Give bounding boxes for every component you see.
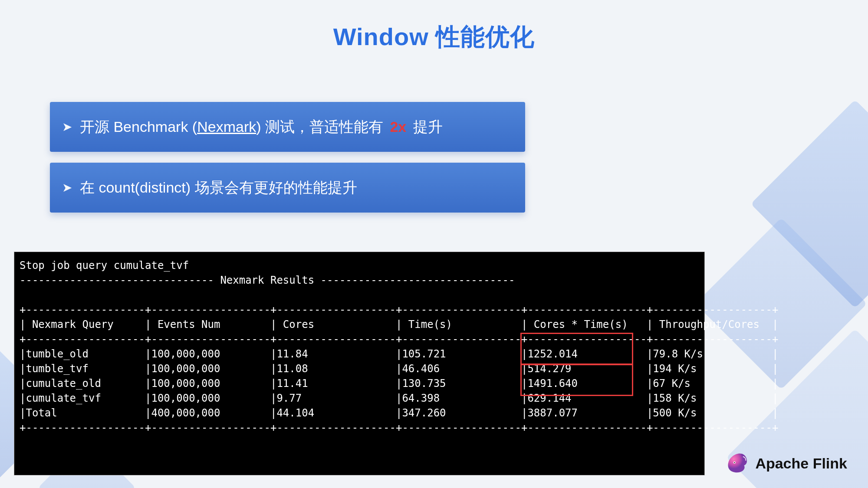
term-stop-line: Stop job query cumulate_tvf (20, 259, 189, 272)
table-row: |cumulate_tvf |100,000,000 |9.77 |64.398… (20, 392, 778, 404)
callout-text-pre: 开源 Benchmark ( (80, 118, 197, 135)
highlight-box-cumulate (520, 364, 633, 396)
callout-highlight-2x: 2x (390, 118, 406, 135)
nexmark-link[interactable]: Nexmark (197, 118, 256, 135)
table-row: |tumble_old |100,000,000 |11.84 |105.721… (20, 348, 778, 360)
flink-squirrel-icon (726, 452, 749, 475)
apache-flink-logo: Apache Flink (726, 452, 847, 475)
logo-text: Apache Flink (755, 455, 847, 472)
callout-text-mid: ) 测试，普适性能有 (256, 118, 387, 135)
callout-text: 在 count(distinct) 场景会有更好的性能提升 (80, 178, 357, 198)
term-header: | Nexmark Query | Events Num | Cores | T… (20, 318, 778, 331)
highlight-box-tumble (520, 333, 633, 365)
terminal-output: Stop job query cumulate_tvf ------------… (14, 252, 705, 475)
callout-text-post: 提升 (409, 118, 442, 135)
slide-title: Window 性能优化 (0, 21, 868, 54)
term-ruler: +-------------------+-------------------… (20, 422, 778, 434)
table-row: |tumble_tvf |100,000,000 |11.08 |46.406 … (20, 363, 778, 375)
bullet-arrow-icon: ➤ (62, 180, 72, 195)
table-row: |Total |400,000,000 |44.104 |347.260 |38… (20, 407, 778, 419)
svg-point-1 (734, 462, 735, 463)
callout-benchmark: ➤ 开源 Benchmark (Nexmark) 测试，普适性能有 2x 提升 (50, 102, 525, 152)
callout-text: 开源 Benchmark (Nexmark) 测试，普适性能有 2x 提升 (80, 117, 443, 137)
table-row: |cumulate_old |100,000,000 |11.41 |130.7… (20, 377, 778, 390)
term-banner: ------------------------------- Nexmark … (20, 274, 515, 286)
term-ruler: +-------------------+-------------------… (20, 333, 778, 345)
bullet-arrow-icon: ➤ (62, 120, 72, 134)
term-ruler: +-------------------+-------------------… (20, 304, 778, 316)
callout-distinct: ➤ 在 count(distinct) 场景会有更好的性能提升 (50, 163, 525, 213)
